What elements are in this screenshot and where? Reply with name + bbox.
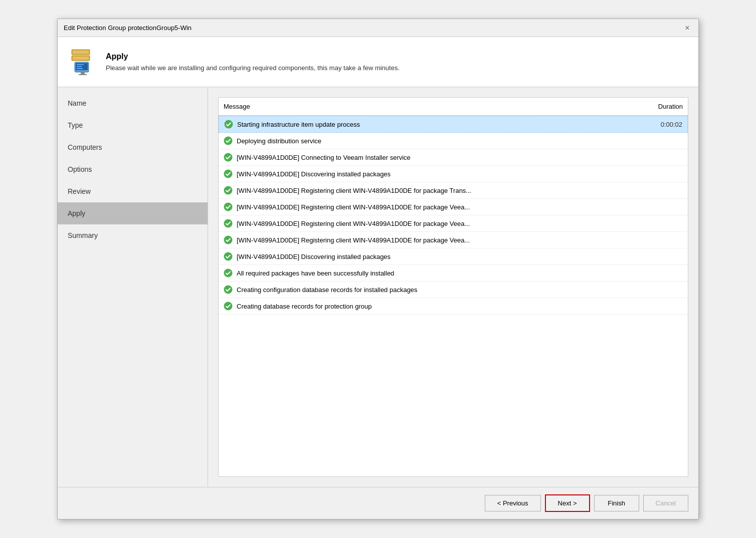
dialog: Edit Protection Group protectionGroup5-W… [57, 19, 699, 519]
success-icon [224, 252, 233, 261]
log-row: Deploying distribution service [219, 133, 688, 149]
log-row-message: [WIN-V4899A1D0DE] Registering client WIN… [219, 234, 638, 245]
header-section: Apply Please wait while we are installin… [58, 37, 698, 87]
log-row-message: [WIN-V4899A1D0DE] Discovering installed … [219, 168, 638, 179]
log-message-text: Deploying distribution service [237, 137, 321, 145]
footer: < Previous Next > Finish Cancel [58, 487, 698, 519]
apply-icon [68, 47, 98, 77]
log-row-duration [638, 239, 688, 241]
log-row: [WIN-V4899A1D0DE] Registering client WIN… [219, 232, 688, 248]
success-icon [224, 235, 233, 244]
log-message-text: [WIN-V4899A1D0DE] Discovering installed … [237, 170, 391, 178]
svg-point-12 [224, 137, 233, 145]
log-table: Message Duration Starting infrastructure… [218, 97, 688, 477]
col-message: Message [219, 101, 638, 112]
main-panel: Message Duration Starting infrastructure… [208, 87, 698, 487]
next-button[interactable]: Next > [545, 494, 590, 512]
log-message-text: [WIN-V4899A1D0DE] Discovering installed … [237, 253, 391, 260]
log-message-text: [WIN-V4899A1D0DE] Registering client WIN… [237, 220, 470, 227]
svg-rect-6 [81, 72, 85, 74]
log-message-text: [WIN-V4899A1D0DE] Registering client WIN… [237, 203, 470, 211]
sidebar-item-options[interactable]: Options [58, 158, 208, 180]
finish-button[interactable]: Finish [594, 495, 639, 511]
log-row-duration [638, 289, 688, 291]
log-row-duration [638, 189, 688, 191]
log-row-message: All required packages have been successf… [219, 267, 638, 279]
svg-rect-7 [79, 74, 87, 75]
log-row-duration [638, 222, 688, 224]
log-table-header: Message Duration [219, 98, 688, 116]
header-description: Please wait while we are installing and … [106, 64, 400, 72]
sidebar-item-review[interactable]: Review [58, 180, 208, 202]
log-row-duration [638, 156, 688, 158]
log-row-duration: 0:00:02 [637, 120, 687, 129]
sidebar-item-summary[interactable]: Summary [58, 224, 208, 246]
svg-point-13 [224, 153, 233, 162]
log-row: Creating database records for protection… [219, 298, 688, 315]
content-area: NameTypeComputersOptionsReviewApplySumma… [58, 87, 698, 487]
log-row: Starting infrastructure item update proc… [219, 116, 688, 133]
success-icon [224, 302, 233, 311]
svg-point-17 [224, 219, 233, 228]
svg-rect-9 [77, 66, 82, 67]
col-duration: Duration [638, 101, 688, 112]
log-message-text: [WIN-V4899A1D0DE] Registering client WIN… [237, 187, 471, 194]
log-row-duration [638, 140, 688, 142]
previous-button[interactable]: < Previous [485, 495, 541, 511]
log-message-text: Starting infrastructure item update proc… [237, 121, 360, 128]
svg-point-15 [224, 186, 233, 195]
svg-point-11 [225, 120, 233, 129]
sidebar-item-name[interactable]: Name [58, 92, 208, 114]
log-row: [WIN-V4899A1D0DE] Registering client WIN… [219, 215, 688, 232]
log-message-text: All required packages have been successf… [237, 270, 394, 277]
cancel-button[interactable]: Cancel [643, 495, 688, 511]
log-message-text: Creating database records for protection… [237, 303, 372, 310]
log-row-duration [638, 173, 688, 175]
log-row-duration [638, 206, 688, 208]
title-bar: Edit Protection Group protectionGroup5-W… [58, 19, 698, 37]
log-message-text: Creating configuration database records … [237, 286, 418, 294]
log-row-duration [638, 272, 688, 274]
log-row-message: [WIN-V4899A1D0DE] Registering client WIN… [219, 218, 638, 229]
sidebar-item-type[interactable]: Type [58, 114, 208, 136]
svg-point-22 [224, 302, 233, 311]
close-button[interactable]: × [682, 23, 692, 33]
log-row: Creating configuration database records … [219, 282, 688, 298]
log-row-duration [638, 305, 688, 307]
success-icon [224, 120, 233, 129]
log-row-message: [WIN-V4899A1D0DE] Discovering installed … [219, 251, 638, 262]
log-row-message: Deploying distribution service [219, 135, 638, 146]
svg-point-19 [224, 252, 233, 261]
svg-point-14 [224, 170, 233, 178]
log-row: [WIN-V4899A1D0DE] Registering client WIN… [219, 182, 688, 199]
log-row-message: Starting infrastructure item update proc… [219, 119, 637, 130]
log-row: [WIN-V4899A1D0DE] Discovering installed … [219, 248, 688, 265]
header-text: Apply Please wait while we are installin… [106, 52, 400, 72]
success-icon [224, 153, 233, 162]
success-icon [224, 169, 233, 178]
success-icon [224, 268, 233, 278]
log-message-text: [WIN-V4899A1D0DE] Registering client WIN… [237, 236, 470, 244]
log-row-message: [WIN-V4899A1D0DE] Registering client WIN… [219, 185, 638, 196]
success-icon [224, 219, 233, 228]
log-row-message: [WIN-V4899A1D0DE] Registering client WIN… [219, 201, 638, 212]
success-icon [224, 285, 233, 294]
svg-rect-3 [73, 57, 89, 60]
window-title: Edit Protection Group protectionGroup5-W… [64, 24, 192, 32]
success-icon [224, 136, 233, 145]
log-row: [WIN-V4899A1D0DE] Connecting to Veeam In… [219, 149, 688, 166]
svg-rect-10 [77, 68, 83, 69]
sidebar-item-apply[interactable]: Apply [58, 202, 208, 224]
log-row: [WIN-V4899A1D0DE] Registering client WIN… [219, 199, 688, 215]
log-row-duration [638, 255, 688, 257]
log-row-message: [WIN-V4899A1D0DE] Connecting to Veeam In… [219, 152, 638, 163]
svg-point-21 [224, 286, 233, 294]
log-row-message: Creating database records for protection… [219, 301, 638, 312]
svg-rect-8 [77, 64, 84, 65]
sidebar-item-computers[interactable]: Computers [58, 136, 208, 158]
log-row: [WIN-V4899A1D0DE] Discovering installed … [219, 166, 688, 182]
log-row-message: Creating configuration database records … [219, 284, 638, 295]
header-title: Apply [106, 52, 400, 61]
svg-point-18 [224, 236, 233, 244]
svg-point-16 [224, 203, 233, 211]
